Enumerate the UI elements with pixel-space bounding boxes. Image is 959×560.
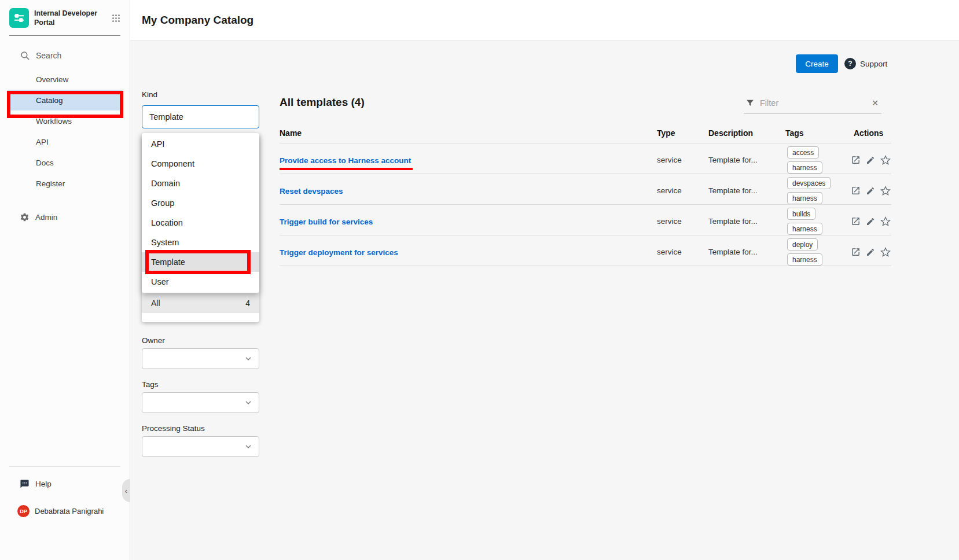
edit-icon[interactable] xyxy=(865,216,876,227)
tag-chip: deploy xyxy=(787,238,818,250)
table-row: Reset devspaces service Template for... … xyxy=(280,174,891,205)
sidebar-search-label: Search xyxy=(36,51,61,60)
open-in-new-icon[interactable] xyxy=(850,186,861,196)
owner-select[interactable] xyxy=(142,348,259,369)
kind-option-label: Location xyxy=(151,218,183,227)
filter-funnel-icon xyxy=(745,98,755,108)
cell-description: Template for... xyxy=(708,248,785,256)
sidebar-item-label: Overview xyxy=(36,75,68,84)
cell-actions xyxy=(850,155,891,165)
cell-tags: buildsharness xyxy=(785,205,854,238)
apps-grid-icon[interactable] xyxy=(112,14,120,23)
open-in-new-icon[interactable] xyxy=(850,247,861,257)
kind-option-domain[interactable]: Domain xyxy=(142,174,259,193)
kind-option-location[interactable]: Location xyxy=(142,213,259,233)
star-icon[interactable] xyxy=(880,155,891,165)
cell-type: service xyxy=(657,248,708,256)
page-title: My Company Catalog xyxy=(142,14,253,27)
sidebar-collapse-handle[interactable]: ‹ xyxy=(122,479,130,502)
cell-type: service xyxy=(657,186,708,195)
owner-label: Owner xyxy=(142,336,165,345)
sidebar-item-label: API xyxy=(36,138,49,146)
template-link[interactable]: Provide access to Harness account xyxy=(280,156,411,165)
kind-select-value: Template xyxy=(149,112,183,121)
tag-chip: harness xyxy=(787,253,822,266)
star-icon[interactable] xyxy=(880,247,891,257)
app-logo-icon xyxy=(9,8,29,28)
sidebar-item-help[interactable]: Help xyxy=(0,474,130,493)
kind-option-user[interactable]: User xyxy=(142,272,259,292)
edit-icon[interactable] xyxy=(865,155,876,165)
tags-select[interactable] xyxy=(142,392,259,413)
table-row: Trigger deployment for services service … xyxy=(280,235,891,266)
sidebar-item-api[interactable]: API xyxy=(0,131,130,152)
cell-actions xyxy=(850,247,891,257)
sidebar-item-label: Workflows xyxy=(36,117,72,126)
chevron-down-icon xyxy=(244,354,253,363)
edit-icon[interactable] xyxy=(865,186,876,196)
column-header-name: Name xyxy=(280,128,657,138)
sidebar-user[interactable]: DP Debabrata Panigrahi xyxy=(0,499,130,522)
table-header: Name Type Description Tags Actions xyxy=(280,123,891,143)
kind-option-group[interactable]: Group xyxy=(142,193,259,213)
template-link[interactable]: Trigger build for services xyxy=(280,218,373,226)
sidebar-item-overview[interactable]: Overview xyxy=(0,69,130,90)
chevron-left-icon: ‹ xyxy=(125,487,127,495)
avatar: DP xyxy=(17,505,30,517)
sidebar-nav: OverviewCatalogWorkflowsAPIDocsRegister xyxy=(0,69,130,194)
chevron-down-icon xyxy=(244,442,253,451)
kind-option-label: Template xyxy=(151,257,185,267)
template-link[interactable]: Reset devspaces xyxy=(280,187,343,196)
open-in-new-icon[interactable] xyxy=(850,216,861,227)
column-header-description: Description xyxy=(708,128,785,138)
kind-option-label: Component xyxy=(151,159,194,168)
sidebar-item-docs[interactable]: Docs xyxy=(0,152,130,173)
kind-option-template[interactable]: Template xyxy=(142,252,259,272)
create-button[interactable]: Create xyxy=(796,54,838,73)
tag-chip: harness xyxy=(787,161,822,174)
kind-option-component[interactable]: Component xyxy=(142,154,259,174)
processing-status-select[interactable] xyxy=(142,436,259,457)
filter-input[interactable] xyxy=(760,98,865,108)
tag-chip: access xyxy=(787,146,819,159)
tag-chip: devspaces xyxy=(787,177,831,189)
tags-label: Tags xyxy=(142,380,159,389)
sidebar-bottom: Help DP Debabrata Panigrahi xyxy=(0,466,130,522)
logo-area: Internal Developer Portal xyxy=(9,0,120,36)
kind-select[interactable]: Template xyxy=(142,105,259,128)
cell-actions xyxy=(850,186,891,196)
sidebar-search[interactable]: Search xyxy=(0,45,130,66)
kind-option-api[interactable]: API xyxy=(142,134,259,154)
processing-status-label: Processing Status xyxy=(142,424,205,433)
table-row: Provide access to Harness account servic… xyxy=(280,143,891,174)
sidebar-item-register[interactable]: Register xyxy=(0,173,130,194)
cell-name: Trigger build for services xyxy=(280,216,657,227)
open-in-new-icon[interactable] xyxy=(850,155,861,165)
support-button[interactable]: ? Support xyxy=(844,54,887,73)
tag-chip: builds xyxy=(787,208,815,220)
kind-all-row[interactable]: All 4 xyxy=(142,293,259,313)
cell-description: Template for... xyxy=(708,156,785,164)
tag-chip: harness xyxy=(787,192,822,204)
kind-all-label: All xyxy=(151,299,160,308)
table-title: All templates (4) xyxy=(280,96,365,109)
cell-tags: accessharness xyxy=(785,143,854,176)
template-link[interactable]: Trigger deployment for services xyxy=(280,248,398,257)
cell-name: Reset devspaces xyxy=(280,186,657,196)
sidebar-item-admin[interactable]: Admin xyxy=(0,207,130,227)
edit-icon[interactable] xyxy=(865,247,876,257)
support-label: Support xyxy=(860,60,887,68)
star-icon[interactable] xyxy=(880,216,891,227)
kind-option-system[interactable]: System xyxy=(142,233,259,252)
sidebar-item-workflows[interactable]: Workflows xyxy=(0,110,130,131)
kind-option-label: API xyxy=(151,139,164,149)
logo-title: Internal Developer Portal xyxy=(34,9,106,28)
star-icon[interactable] xyxy=(880,186,891,196)
sidebar-item-label: Catalog xyxy=(36,96,63,105)
column-header-type: Type xyxy=(657,128,708,138)
clear-filter-icon[interactable]: ✕ xyxy=(870,98,880,108)
sidebar-item-catalog[interactable]: Catalog xyxy=(7,90,123,110)
tag-chip: harness xyxy=(787,223,822,235)
sidebar-item-label: Register xyxy=(36,179,65,188)
cell-tags: devspacesharness xyxy=(785,174,854,207)
